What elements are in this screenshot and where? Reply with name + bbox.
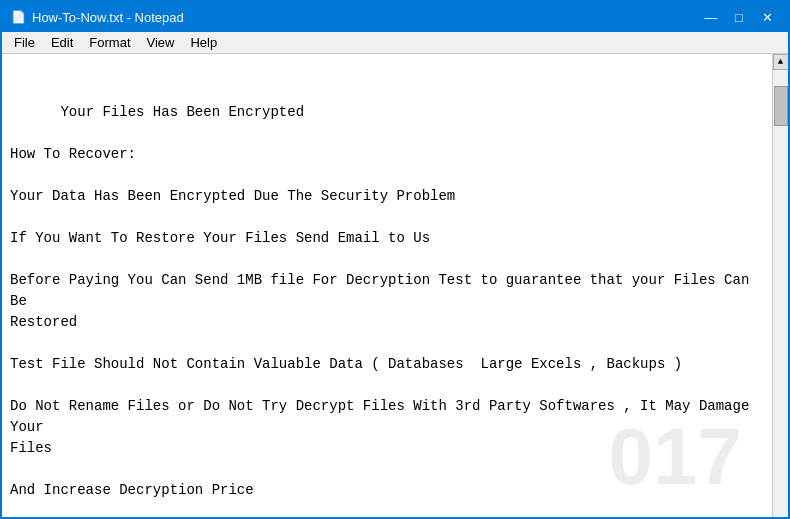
menu-format[interactable]: Format: [81, 33, 138, 52]
menu-view[interactable]: View: [139, 33, 183, 52]
menu-edit[interactable]: Edit: [43, 33, 81, 52]
menu-help[interactable]: Help: [182, 33, 225, 52]
watermark: 017: [609, 417, 742, 497]
title-bar-left: 📄 How-To-Now.txt - Notepad: [10, 9, 184, 25]
title-bar-controls: — □ ✕: [698, 7, 780, 27]
window-title: How-To-Now.txt - Notepad: [32, 10, 184, 25]
notepad-window: 📄 How-To-Now.txt - Notepad — □ ✕ File Ed…: [0, 0, 790, 519]
editor-area: 017 Your Files Has Been Encrypted How To…: [2, 54, 788, 517]
menu-bar: File Edit Format View Help: [2, 32, 788, 54]
close-button[interactable]: ✕: [754, 7, 780, 27]
scrollbar-thumb[interactable]: [774, 86, 788, 126]
menu-file[interactable]: File: [6, 33, 43, 52]
document-text: Your Files Has Been Encrypted How To Rec…: [10, 104, 758, 517]
minimize-button[interactable]: —: [698, 7, 724, 27]
text-editor[interactable]: 017 Your Files Has Been Encrypted How To…: [2, 54, 772, 517]
scroll-up-arrow[interactable]: ▲: [773, 54, 789, 70]
app-icon: 📄: [10, 9, 26, 25]
title-bar: 📄 How-To-Now.txt - Notepad — □ ✕: [2, 2, 788, 32]
maximize-button[interactable]: □: [726, 7, 752, 27]
scrollbar-track: ▲: [772, 54, 788, 517]
